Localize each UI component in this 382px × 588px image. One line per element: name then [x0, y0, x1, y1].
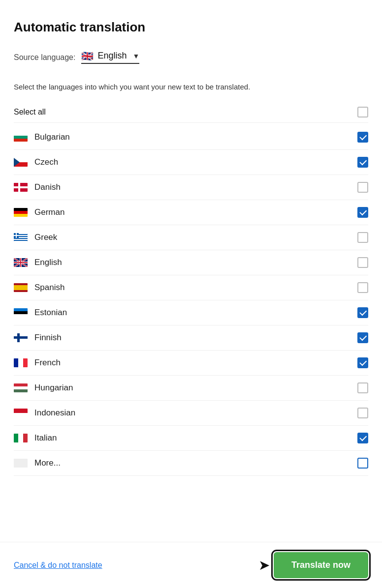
flag-en: [14, 258, 28, 267]
list-item[interactable]: Estonian: [14, 300, 368, 325]
bottom-bar: Cancel & do not translate ➤ Translate no…: [0, 542, 382, 588]
language-select[interactable]: 🇬🇧 English ▼: [81, 51, 139, 64]
list-item[interactable]: Italian: [14, 426, 368, 451]
flag-et: [14, 308, 28, 317]
svg-rect-1: [14, 136, 28, 139]
checkbox-fi[interactable]: [357, 332, 368, 343]
svg-rect-34: [14, 314, 28, 317]
svg-rect-38: [14, 358, 18, 367]
flag-cs: [14, 158, 28, 167]
list-item[interactable]: German: [14, 200, 368, 225]
svg-rect-32: [14, 308, 28, 311]
svg-rect-37: [14, 336, 28, 339]
flag-fr: [14, 358, 28, 367]
svg-rect-39: [18, 358, 23, 367]
arrow-icon: ➤: [258, 557, 270, 573]
page-title: Automatic translation: [14, 20, 368, 35]
flag-more: [14, 459, 28, 468]
list-item[interactable]: Danish: [14, 175, 368, 200]
list-item[interactable]: French: [14, 351, 368, 376]
language-name: French: [34, 358, 61, 368]
svg-rect-41: [14, 383, 28, 386]
svg-rect-49: [14, 459, 28, 468]
list-item[interactable]: Indonesian: [14, 401, 368, 426]
svg-rect-16: [14, 239, 28, 240]
list-item[interactable]: Czech: [14, 150, 368, 175]
checkbox-en[interactable]: [357, 257, 368, 268]
select-all-row[interactable]: Select all: [14, 102, 368, 123]
checkbox-cs[interactable]: [357, 157, 368, 168]
language-name: More...: [34, 458, 61, 468]
language-name: Spanish: [34, 283, 64, 293]
language-name: English: [34, 258, 62, 267]
svg-rect-17: [14, 241, 28, 242]
svg-rect-40: [23, 358, 28, 367]
svg-rect-46: [14, 434, 18, 442]
checkbox-et[interactable]: [357, 307, 368, 318]
flag-es: [14, 283, 28, 292]
translate-now-button[interactable]: Translate now: [274, 552, 368, 578]
arrow-translate-group: ➤ Translate now: [258, 552, 368, 578]
svg-rect-9: [14, 208, 28, 211]
flag-id: [14, 409, 28, 417]
source-language-row: Source language: 🇬🇧 English ▼: [14, 51, 368, 68]
checkbox-id[interactable]: [357, 408, 368, 418]
checkbox-el[interactable]: [357, 232, 368, 243]
flag-fi: [14, 333, 28, 342]
source-language-label: Source language:: [14, 53, 75, 62]
flag-da: [14, 183, 28, 192]
checkbox-it[interactable]: [357, 433, 368, 443]
list-item[interactable]: Hungarian: [14, 376, 368, 401]
language-name: Bulgarian: [34, 132, 70, 142]
language-list: BulgarianCzechDanishGermanGreekEnglishSp…: [14, 125, 368, 476]
checkbox-de[interactable]: [357, 207, 368, 218]
svg-rect-48: [23, 434, 28, 442]
language-name: Italian: [34, 433, 57, 443]
checkbox-es[interactable]: [357, 282, 368, 293]
svg-rect-42: [14, 386, 28, 389]
list-item[interactable]: Bulgarian: [14, 125, 368, 150]
dropdown-arrow-icon: ▼: [132, 52, 139, 60]
language-name: Greek: [34, 233, 57, 242]
source-flag: 🇬🇧: [81, 51, 94, 61]
checkbox-bg[interactable]: [357, 132, 368, 143]
svg-rect-10: [14, 211, 28, 214]
language-name: Estonian: [34, 308, 67, 318]
checkbox-fr[interactable]: [357, 357, 368, 368]
checkbox-more[interactable]: [357, 458, 368, 469]
language-name: Czech: [34, 157, 58, 167]
list-item[interactable]: More...: [14, 451, 368, 476]
svg-rect-0: [14, 133, 28, 136]
cancel-link[interactable]: Cancel & do not translate: [14, 561, 102, 570]
language-name: Finnish: [34, 333, 62, 343]
svg-rect-11: [14, 214, 28, 217]
flag-el: [14, 233, 28, 242]
description-text: Select the languages into which you want…: [14, 82, 368, 93]
flag-hu: [14, 383, 28, 392]
list-item[interactable]: Greek: [14, 225, 368, 250]
svg-rect-45: [14, 413, 28, 417]
list-item[interactable]: Finnish: [14, 325, 368, 351]
select-all-label: Select all: [14, 108, 46, 117]
checkbox-da[interactable]: [357, 182, 368, 193]
svg-rect-33: [14, 311, 28, 314]
svg-rect-44: [14, 409, 28, 413]
language-name: Indonesian: [34, 408, 75, 418]
svg-rect-2: [14, 139, 28, 142]
svg-rect-31: [14, 285, 28, 290]
language-name: Hungarian: [34, 383, 73, 393]
select-all-checkbox[interactable]: [357, 107, 368, 118]
checkbox-hu[interactable]: [357, 382, 368, 393]
flag-it: [14, 434, 28, 442]
svg-rect-29: [14, 262, 28, 263]
flag-de: [14, 208, 28, 217]
svg-rect-8: [14, 186, 28, 188]
language-name: German: [34, 207, 64, 217]
list-item[interactable]: English: [14, 250, 368, 275]
flag-bg: [14, 133, 28, 142]
source-language-value: English: [97, 51, 127, 61]
language-name: Danish: [34, 182, 61, 192]
svg-rect-47: [18, 434, 23, 442]
svg-rect-43: [14, 389, 28, 392]
list-item[interactable]: Spanish: [14, 275, 368, 300]
